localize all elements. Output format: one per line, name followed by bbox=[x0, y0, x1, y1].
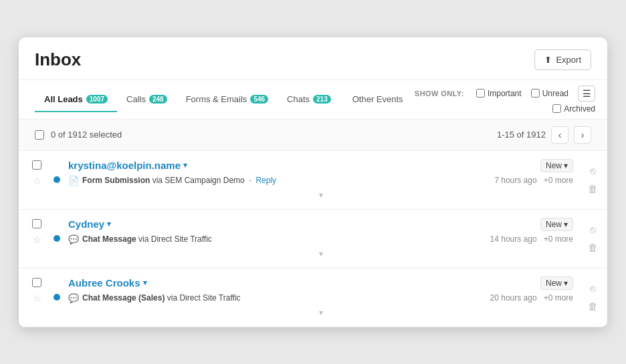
activity-reply-1[interactable]: Reply bbox=[255, 176, 276, 185]
lead-actions-1: ⎋ 🗑 bbox=[579, 151, 607, 209]
lead-check-col-2: ☆ bbox=[19, 210, 48, 268]
activity-type-1: Form Submission bbox=[82, 176, 150, 185]
lead-bottom-3: 💬 Chat Message (Sales) via Direct Site T… bbox=[68, 293, 573, 303]
lead-more-2[interactable]: +0 more bbox=[544, 234, 573, 244]
lead-status-1[interactable]: New ▾ bbox=[540, 159, 573, 172]
status-chevron-2: ▾ bbox=[564, 220, 568, 229]
lead-star-3[interactable]: ☆ bbox=[33, 293, 41, 305]
unread-dot-3 bbox=[54, 294, 60, 301]
lead-activity-1: 📄 Form Submission via SEM Campaign Demo … bbox=[68, 176, 276, 186]
lead-delete-icon-3[interactable]: 🗑 bbox=[588, 301, 598, 312]
lead-status-area-3: New ▾ bbox=[540, 277, 573, 290]
lead-name-chevron-1: ▾ bbox=[183, 161, 187, 170]
export-button[interactable]: ⬆ Export bbox=[534, 49, 591, 70]
activity-text-1: Form Submission via SEM Campaign Demo · … bbox=[82, 176, 276, 185]
lead-status-area-2: New ▾ bbox=[540, 218, 573, 231]
activity-via-1: via SEM Campaign Demo bbox=[152, 176, 245, 185]
lead-top-1: krystina@koelpin.name ▾ New ▾ bbox=[68, 159, 573, 172]
lead-dot-col-2 bbox=[48, 210, 66, 268]
tab-chats-label: Chats bbox=[287, 94, 310, 104]
tab-forms-emails[interactable]: Forms & Emails 546 bbox=[177, 86, 278, 112]
lead-status-text-3: New bbox=[546, 279, 562, 288]
lead-more-3[interactable]: +0 more bbox=[544, 293, 573, 303]
tab-calls[interactable]: Calls 248 bbox=[117, 86, 177, 112]
pagination-text: 1-15 of 1912 bbox=[497, 130, 546, 140]
lead-checkbox-1[interactable] bbox=[32, 160, 41, 170]
tab-other-events[interactable]: Other Events bbox=[343, 86, 413, 112]
lead-content-3: Aubree Crooks ▾ New ▾ 💬 Chat Message (Sa… bbox=[66, 268, 579, 327]
next-page-icon: › bbox=[581, 130, 585, 140]
tab-other-events-label: Other Events bbox=[352, 94, 403, 104]
activity-type-2: Chat Message bbox=[82, 234, 136, 244]
tabs-filters-row: All Leads 1007 Calls 248 Forms & Emails … bbox=[19, 80, 607, 120]
lead-bottom-2: 💬 Chat Message via Direct Site Traffic 1… bbox=[68, 234, 573, 244]
next-page-button[interactable]: › bbox=[574, 126, 591, 144]
lead-star-1[interactable]: ☆ bbox=[33, 175, 41, 187]
lead-share-icon-3[interactable]: ⎋ bbox=[590, 283, 596, 294]
filter-important-label: Important bbox=[488, 89, 522, 98]
tab-all-leads-label: All Leads bbox=[44, 94, 83, 104]
lead-name-2[interactable]: Cydney ▾ bbox=[68, 218, 111, 230]
page-title: Inbox bbox=[35, 49, 81, 70]
inbox-window: Inbox ⬆ Export All Leads 1007 Calls 248 … bbox=[19, 37, 607, 327]
filter-row-bottom: Archived bbox=[552, 104, 595, 114]
header: Inbox ⬆ Export bbox=[19, 37, 607, 80]
status-chevron-1: ▾ bbox=[564, 161, 568, 170]
lead-name-chevron-2: ▾ bbox=[107, 220, 111, 228]
activity-icon-3: 💬 bbox=[68, 293, 79, 303]
lead-status-area-1: New ▾ bbox=[540, 159, 573, 172]
lead-star-2[interactable]: ☆ bbox=[33, 234, 41, 246]
filters-container: SHOW ONLY: Important Unread ☰ Archived bbox=[415, 80, 607, 119]
filter-search-icon[interactable]: ☰ bbox=[578, 85, 595, 102]
selection-count: 0 of 1912 selected bbox=[51, 130, 122, 140]
export-label: Export bbox=[556, 55, 581, 65]
lead-delete-icon-2[interactable]: 🗑 bbox=[588, 242, 598, 253]
lead-share-icon-2[interactable]: ⎋ bbox=[590, 224, 596, 235]
tab-forms-emails-label: Forms & Emails bbox=[186, 94, 247, 104]
lead-top-3: Aubree Crooks ▾ New ▾ bbox=[68, 277, 573, 290]
unread-dot-2 bbox=[54, 235, 60, 242]
tab-chats[interactable]: Chats 213 bbox=[278, 86, 340, 112]
lead-checkbox-2[interactable] bbox=[32, 219, 41, 228]
lead-item-3: ☆ Aubree Crooks ▾ New ▾ 💬 bbox=[19, 268, 607, 327]
activity-text-2: Chat Message via Direct Site Traffic bbox=[82, 234, 212, 244]
lead-time-3: 20 hours ago bbox=[490, 293, 537, 303]
collapse-arrow-1[interactable]: ▾ bbox=[68, 189, 573, 202]
lead-meta-3: 20 hours ago +0 more bbox=[490, 293, 573, 303]
tab-calls-label: Calls bbox=[126, 94, 146, 104]
lead-delete-icon-1[interactable]: 🗑 bbox=[588, 183, 598, 194]
lead-top-2: Cydney ▾ New ▾ bbox=[68, 218, 573, 231]
filter-archived-checkbox[interactable] bbox=[552, 104, 561, 113]
filter-important[interactable]: Important bbox=[476, 89, 522, 98]
lead-checkbox-3[interactable] bbox=[32, 278, 41, 287]
activity-icon-1: 📄 bbox=[68, 176, 79, 186]
lead-share-icon-1[interactable]: ⎋ bbox=[590, 165, 596, 176]
lead-status-3[interactable]: New ▾ bbox=[540, 277, 573, 290]
filter-unread-label: Unread bbox=[542, 89, 568, 98]
lead-actions-2: ⎋ 🗑 bbox=[579, 210, 607, 268]
filter-archived-label: Archived bbox=[564, 104, 595, 114]
tab-forms-emails-badge: 546 bbox=[250, 95, 268, 104]
lead-activity-3: 💬 Chat Message (Sales) via Direct Site T… bbox=[68, 293, 241, 303]
tab-all-leads[interactable]: All Leads 1007 bbox=[35, 86, 117, 112]
lead-meta-1: 7 hours ago +0 more bbox=[494, 176, 573, 185]
prev-page-button[interactable]: ‹ bbox=[551, 126, 568, 144]
lead-status-text-1: New bbox=[546, 161, 562, 170]
collapse-arrow-2[interactable]: ▾ bbox=[68, 248, 573, 261]
lead-more-1[interactable]: +0 more bbox=[544, 176, 573, 185]
collapse-arrow-3[interactable]: ▾ bbox=[68, 307, 573, 320]
filter-unread[interactable]: Unread bbox=[531, 89, 568, 98]
lead-name-1[interactable]: krystina@koelpin.name ▾ bbox=[68, 160, 187, 171]
filter-archived[interactable]: Archived bbox=[552, 104, 595, 114]
tab-chats-badge: 213 bbox=[313, 95, 331, 104]
select-all-checkbox[interactable] bbox=[35, 130, 44, 140]
filter-unread-checkbox[interactable] bbox=[531, 89, 540, 98]
filter-important-checkbox[interactable] bbox=[476, 89, 485, 98]
activity-via-2: via Direct Site Traffic bbox=[138, 234, 212, 244]
lead-check-col-1: ☆ bbox=[19, 151, 48, 209]
lead-status-text-2: New bbox=[546, 220, 562, 229]
lead-status-2[interactable]: New ▾ bbox=[540, 218, 573, 231]
tab-all-leads-badge: 1007 bbox=[86, 95, 108, 104]
lead-name-3[interactable]: Aubree Crooks ▾ bbox=[68, 277, 147, 289]
lead-name-text-2: Cydney bbox=[68, 218, 104, 230]
